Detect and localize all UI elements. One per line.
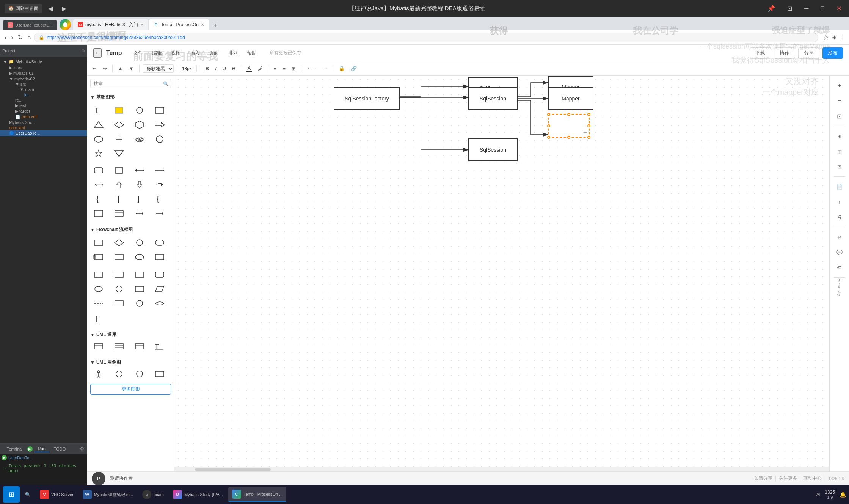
run-tab[interactable]: Run xyxy=(34,446,49,452)
shape-triangle[interactable] xyxy=(90,118,107,132)
print-button[interactable]: 🖨 xyxy=(833,210,846,224)
ps-publish-button[interactable]: 发布 xyxy=(822,47,843,59)
mybatis-tab-close[interactable]: ✕ xyxy=(140,22,144,27)
taskbar-ocam[interactable]: ○ ocam xyxy=(138,487,168,502)
maximize-button[interactable]: □ xyxy=(818,3,827,13)
toolbar-underline-button[interactable]: U xyxy=(220,64,228,72)
taskbar-start-button[interactable]: ⊞ xyxy=(3,486,20,503)
fc-ellipse[interactable] xyxy=(131,250,148,264)
uml-usecase-toggle[interactable]: ▼ UML 用例图 xyxy=(90,358,171,367)
page-icon-button[interactable]: 📄 xyxy=(833,180,846,193)
shape-r-arrow2[interactable] xyxy=(151,163,168,177)
ide-tab[interactable]: IJ UserDaoTest.getU... xyxy=(3,20,57,30)
url-bar[interactable]: 🔒 https://www.processon.com/diagraming/5… xyxy=(34,33,818,42)
toolbar-down-button[interactable]: ▼ xyxy=(127,64,136,72)
tree-item-target[interactable]: ▶ target xyxy=(0,108,87,114)
fc-rounded[interactable] xyxy=(151,236,168,250)
toolbar-redo-button[interactable]: ↪ xyxy=(100,64,109,72)
fc-shape6[interactable] xyxy=(111,268,127,281)
shape-brace-left[interactable]: { xyxy=(90,192,107,206)
ps-start-btn[interactable]: 互动中心 xyxy=(803,475,822,482)
toolbar-arrow-start-button[interactable]: ←→ xyxy=(304,64,319,72)
node-session2[interactable]: SqlSession xyxy=(468,87,518,110)
uml-general-toggle[interactable]: ▼ UML 通用 xyxy=(90,330,171,339)
tree-item-test[interactable]: ▶ test xyxy=(0,103,87,108)
fc-shape5[interactable] xyxy=(90,268,107,281)
uml-rect4[interactable] xyxy=(151,367,168,381)
fc-shape12[interactable] xyxy=(151,282,168,296)
shape-arrow[interactable] xyxy=(151,118,168,132)
ps-menu-page[interactable]: 页面 xyxy=(205,48,223,58)
mybatis-tab[interactable]: M mybatis - MyBatis 3 | 入门 ✕ xyxy=(73,19,148,30)
basic-shapes-toggle[interactable]: ▼ 基础图形 xyxy=(90,93,171,102)
shape-bracket-r[interactable]: ] xyxy=(131,192,148,206)
undo-button[interactable]: ↩ xyxy=(833,230,846,244)
diagram-canvas[interactable]: SqlSessionFactory SqlSession SqlSession … xyxy=(174,76,829,471)
tree-item-main[interactable]: ▼ main xyxy=(0,87,87,92)
fc-rect3[interactable] xyxy=(111,250,127,264)
shape-rect3[interactable] xyxy=(111,207,127,220)
pin-button[interactable]: 📌 xyxy=(764,3,778,14)
ps-focus-btn[interactable]: 关注更多 xyxy=(779,475,797,482)
shape-hexagon[interactable] xyxy=(131,118,148,132)
new-tab-button[interactable]: + xyxy=(210,20,221,30)
shape-diamond[interactable] xyxy=(111,118,127,132)
close-button[interactable]: ✕ xyxy=(833,3,844,14)
taskbar-vnc[interactable]: V VNC Server xyxy=(36,487,77,502)
home-button[interactable]: 🏠 回到主界面 xyxy=(5,4,42,13)
shape-up-arrow[interactable] xyxy=(111,178,127,192)
flowchart-toggle[interactable]: ▼ Flowchart 流程图 xyxy=(90,225,171,234)
toolbar-bold-button[interactable]: B xyxy=(203,64,211,72)
node-mapper2[interactable]: Mapper xyxy=(548,87,593,110)
uml-circle2[interactable] xyxy=(131,367,148,381)
toolbar-font-color-button[interactable]: A xyxy=(244,64,254,73)
ps-menu-insert[interactable]: 插入 xyxy=(186,48,204,58)
terminal-tab[interactable]: Terminal xyxy=(3,446,27,452)
toolbar-bg-color-button[interactable]: 🖌 xyxy=(256,64,265,72)
shape-ellipse[interactable] xyxy=(90,132,107,146)
fc-shape9[interactable] xyxy=(90,282,107,296)
browser-menu-icon[interactable]: ⋮ xyxy=(840,34,846,41)
minimize-button[interactable]: ─ xyxy=(801,3,811,13)
shape-bracket[interactable]: [ xyxy=(90,312,107,325)
uml-text[interactable]: T xyxy=(151,339,168,353)
toolbar-font-select[interactable]: 微软雅黑 xyxy=(143,64,174,73)
processson-tab[interactable]: P Temp - ProcessOn ✕ xyxy=(149,19,209,30)
nav-forward-button[interactable]: ▶ xyxy=(59,3,69,14)
browser-back-button[interactable]: ‹ xyxy=(3,33,8,42)
hierarchy-button[interactable]: Hierarchy xyxy=(833,281,846,294)
shape-brace-bar[interactable]: | xyxy=(111,192,127,206)
extensions-icon[interactable]: ⊕ xyxy=(832,34,837,41)
bookmark-icon[interactable]: ☆ xyxy=(823,33,829,42)
fc-shape14[interactable] xyxy=(131,297,148,310)
fc-shape10[interactable] xyxy=(111,282,127,296)
uml-rect3[interactable] xyxy=(131,339,148,353)
toolbar-link-button[interactable]: 🔗 xyxy=(348,64,359,72)
toolbar-italic-button[interactable]: I xyxy=(213,64,219,72)
fc-shape11[interactable] xyxy=(131,282,148,296)
toolbar-font-size-input[interactable] xyxy=(180,65,197,72)
tree-item-resources[interactable]: re... xyxy=(0,97,87,103)
ps-share-button[interactable]: 分享 xyxy=(798,47,819,59)
taskbar-search[interactable]: 🔍 xyxy=(21,487,35,502)
taskbar-notification[interactable]: 🔔 xyxy=(840,491,846,498)
ide-gear-icon[interactable]: ⚙ xyxy=(81,49,85,53)
run-gear-button[interactable]: ⚙ xyxy=(80,446,84,452)
export-button[interactable]: ↑ xyxy=(833,195,846,209)
zoom-reset-button[interactable]: ⊡ xyxy=(833,160,846,173)
shape-star[interactable] xyxy=(90,147,107,160)
ps-invite-text[interactable]: 邀请协作者 xyxy=(110,475,133,482)
fc-shape7[interactable] xyxy=(131,268,148,281)
comment-button[interactable]: 💬 xyxy=(833,245,846,259)
ps-menu-file[interactable]: 文件 xyxy=(129,48,147,58)
uml-actor[interactable] xyxy=(90,367,107,381)
fc-diamond[interactable] xyxy=(111,236,127,250)
more-shapes-button[interactable]: 更多图形 xyxy=(90,384,171,395)
toolbar-align-center-button[interactable]: ≡ xyxy=(280,64,288,72)
fc-rect2[interactable] xyxy=(90,250,107,264)
tree-item-pom[interactable]: 📄 pom.xml xyxy=(0,114,87,120)
shape-circle[interactable] xyxy=(131,104,148,117)
ps-collab-button[interactable]: 协作 xyxy=(774,47,795,59)
tree-item-userdaotest[interactable]: 🔵 UserDaoTe... xyxy=(0,130,87,136)
fc-shape13[interactable] xyxy=(111,297,127,310)
